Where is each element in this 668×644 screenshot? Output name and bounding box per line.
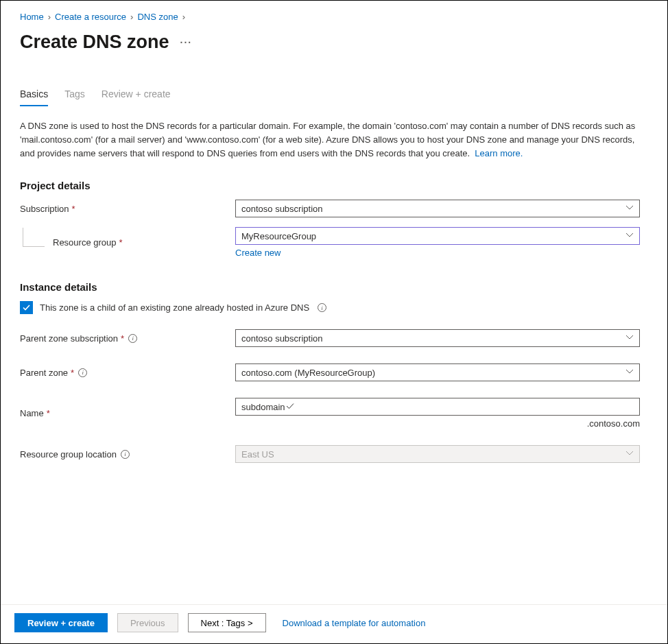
chevron-down-icon	[625, 449, 634, 460]
create-new-link[interactable]: Create new	[235, 248, 281, 258]
chevron-down-icon	[625, 204, 634, 214]
child-zone-checkbox[interactable]	[20, 301, 33, 314]
breadcrumb: Home › Create a resource › DNS zone ›	[20, 9, 648, 27]
check-icon	[285, 401, 295, 413]
subscription-select[interactable]: contoso subscription	[235, 200, 640, 217]
chevron-right-icon: ›	[48, 12, 51, 22]
tabs: Basics Tags Review + create	[20, 84, 648, 107]
more-icon[interactable]: ···	[180, 37, 193, 48]
tab-tags[interactable]: Tags	[64, 84, 85, 106]
page-title: Create DNS zone ···	[20, 32, 648, 53]
name-input[interactable]: subdomain	[235, 398, 640, 416]
chevron-down-icon	[625, 368, 634, 378]
section-instance-details: Instance details	[20, 281, 648, 293]
chevron-right-icon: ›	[182, 12, 185, 22]
resource-group-select[interactable]: MyResourceGroup	[235, 227, 640, 245]
tab-basics[interactable]: Basics	[20, 84, 48, 106]
download-template-link[interactable]: Download a template for automation	[283, 618, 426, 628]
breadcrumb-dns-zone[interactable]: DNS zone	[137, 12, 178, 22]
chevron-down-icon	[625, 333, 634, 344]
review-create-button[interactable]: Review + create	[14, 613, 108, 632]
rg-location-select: East US	[235, 445, 640, 463]
resource-group-label: Resource group	[53, 237, 117, 248]
info-icon[interactable]: i	[128, 334, 137, 343]
previous-button: Previous	[117, 613, 178, 632]
footer: Review + create Previous Next : Tags > D…	[1, 604, 667, 643]
name-label: Name	[20, 408, 44, 418]
chevron-down-icon	[625, 231, 634, 241]
info-icon[interactable]: i	[318, 303, 326, 312]
next-button[interactable]: Next : Tags >	[188, 613, 266, 632]
rg-location-label: Resource group location	[20, 449, 117, 460]
description-text: A DNS zone is used to host the DNS recor…	[20, 119, 644, 160]
learn-more-link[interactable]: Learn more.	[475, 148, 523, 158]
parent-zone-label: Parent zone	[20, 368, 68, 378]
breadcrumb-home[interactable]: Home	[20, 12, 44, 22]
parent-subscription-label: Parent zone subscription	[20, 333, 118, 344]
tab-review-create[interactable]: Review + create	[102, 84, 171, 106]
required-icon: *	[121, 333, 124, 344]
indent-elbow-icon	[23, 228, 45, 247]
breadcrumb-create-resource[interactable]: Create a resource	[55, 12, 126, 22]
info-icon[interactable]: i	[121, 450, 130, 459]
required-icon: *	[47, 408, 50, 418]
parent-zone-select[interactable]: contoso.com (MyResourceGroup)	[235, 363, 640, 381]
chevron-right-icon: ›	[130, 12, 133, 22]
parent-subscription-select[interactable]: contoso subscription	[235, 329, 640, 347]
required-icon: *	[119, 237, 123, 248]
required-icon: *	[72, 204, 75, 214]
required-icon: *	[71, 368, 74, 378]
subscription-label: Subscription	[20, 204, 69, 214]
child-zone-label: This zone is a child of an existing zone…	[40, 302, 309, 313]
section-project-details: Project details	[20, 180, 648, 191]
name-suffix: .contoso.com	[235, 418, 640, 429]
info-icon[interactable]: i	[78, 368, 87, 377]
